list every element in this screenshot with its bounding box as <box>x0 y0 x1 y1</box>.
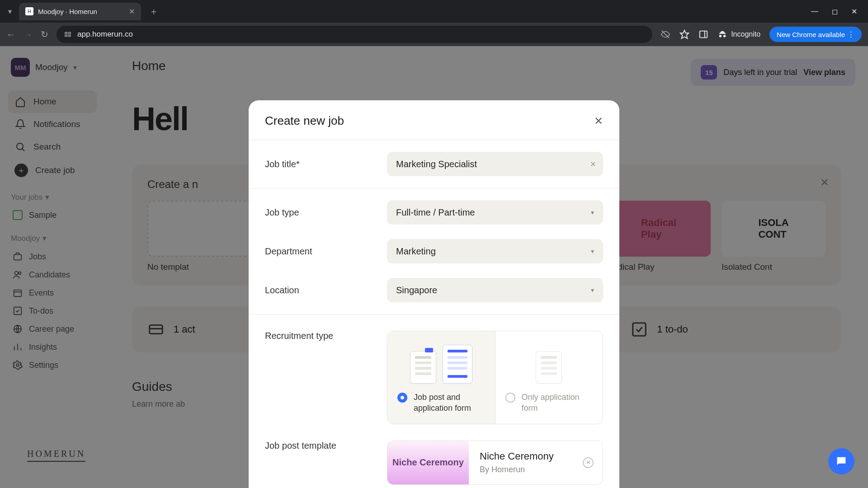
label-location: Location <box>265 285 387 296</box>
svg-rect-1 <box>69 33 71 34</box>
window-controls: — ◻ ✕ <box>811 7 863 16</box>
svg-rect-0 <box>65 33 67 34</box>
template-selection[interactable]: Niche Ceremony Niche Ceremony By Homerun… <box>387 441 603 485</box>
url-text: app.homerun.co <box>77 30 133 39</box>
label-department: Department <box>265 246 387 257</box>
svg-rect-2 <box>65 35 67 37</box>
job-type-select[interactable]: Full-time / Part-time ▾ <box>387 200 603 225</box>
svg-rect-3 <box>69 35 71 37</box>
radio-unselected-icon <box>505 393 515 403</box>
chevron-down-icon: ▾ <box>591 286 594 294</box>
modal-overlay[interactable]: Create new job ✕ Job title Marketing Spe… <box>0 46 868 488</box>
form-thumb-icon <box>443 345 472 384</box>
eye-off-icon[interactable] <box>660 29 670 39</box>
location-select[interactable]: Singapore ▾ <box>387 278 603 302</box>
recruitment-option-apponly[interactable]: Only application form <box>495 331 603 424</box>
chevron-down-icon: ▾ <box>591 248 594 255</box>
recruitment-option-jobpost[interactable]: Job post and application form <box>387 331 495 424</box>
radio-selected-icon <box>397 393 407 403</box>
template-remove-icon[interactable]: ✕ <box>583 457 594 468</box>
chevron-down-icon: ▾ <box>591 209 594 216</box>
intercom-fab[interactable] <box>828 448 854 474</box>
department-select[interactable]: Marketing ▾ <box>387 239 603 263</box>
template-thumb: Niche Ceremony <box>387 441 469 484</box>
job-title-input[interactable]: Marketing Specialist ✕ <box>387 152 603 176</box>
reload-icon[interactable]: ↻ <box>41 29 48 40</box>
chrome-update-button[interactable]: New Chrome available ⋮ <box>769 27 862 42</box>
form-thumb-icon <box>536 351 562 384</box>
label-job-type: Job type <box>265 207 387 218</box>
incognito-icon <box>717 29 727 39</box>
site-settings-icon[interactable] <box>64 30 72 38</box>
label-job-post-template: Job post template <box>265 441 387 451</box>
svg-rect-6 <box>700 31 708 38</box>
browser-tabstrip: ▾ H Moodjoy · Homerun ✕ ＋ — ◻ ✕ <box>0 0 868 23</box>
tab-favicon-icon: H <box>25 7 33 15</box>
label-recruitment-type: Recruitment type <box>265 331 387 341</box>
create-job-modal: Create new job ✕ Job title Marketing Spe… <box>249 100 619 488</box>
new-tab-button[interactable]: ＋ <box>145 5 163 18</box>
close-window-icon[interactable]: ✕ <box>851 7 857 16</box>
doc-thumb-icon <box>410 351 436 384</box>
incognito-badge: Incognito <box>717 29 760 39</box>
tab-close-icon[interactable]: ✕ <box>129 7 135 16</box>
kebab-icon: ⋮ <box>848 30 854 38</box>
forward-icon: → <box>24 29 33 40</box>
tab-title: Moodjoy · Homerun <box>38 8 97 15</box>
maximize-icon[interactable]: ◻ <box>832 7 838 16</box>
modal-close-icon[interactable]: ✕ <box>594 115 603 127</box>
modal-title: Create new job <box>265 114 344 128</box>
bookmark-star-icon[interactable] <box>679 29 689 39</box>
sidepanel-icon[interactable] <box>698 29 708 39</box>
browser-toolbar: ← → ↻ app.homerun.co Incognito New Chrom… <box>0 23 868 46</box>
back-icon[interactable]: ← <box>6 29 15 40</box>
template-author: By Homerun <box>480 465 592 474</box>
template-name: Niche Ceremony <box>480 450 592 462</box>
minimize-icon[interactable]: — <box>811 7 818 16</box>
label-job-title: Job title <box>265 159 387 169</box>
svg-marker-5 <box>680 30 689 38</box>
address-bar[interactable]: app.homerun.co <box>57 26 652 43</box>
chat-icon <box>835 455 848 468</box>
clear-input-icon[interactable]: ✕ <box>590 160 596 169</box>
tab-search-icon[interactable]: ▾ <box>5 6 15 17</box>
browser-tab[interactable]: H Moodjoy · Homerun ✕ <box>19 3 141 20</box>
